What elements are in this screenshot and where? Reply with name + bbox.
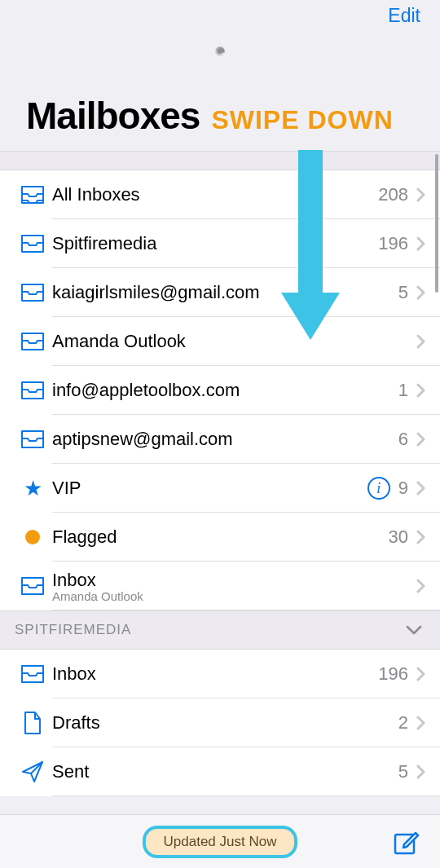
mailbox-row[interactable]: info@appletoolbox.com1 bbox=[0, 366, 440, 415]
paper-plane-icon bbox=[20, 760, 45, 784]
tray-icon bbox=[20, 184, 46, 205]
mailbox-label: kaiagirlsmiles@gmail.com bbox=[52, 282, 398, 303]
mailbox-label: aptipsnew@gmail.com bbox=[52, 429, 398, 450]
mailbox-row[interactable]: aptipsnew@gmail.com6 bbox=[0, 415, 440, 464]
mailbox-row[interactable]: InboxAmanda Outlook bbox=[0, 562, 440, 610]
mailbox-label: info@appletoolbox.com bbox=[52, 380, 398, 401]
unread-count: 9 bbox=[398, 478, 408, 499]
unread-count: 2 bbox=[398, 712, 408, 734]
section-header[interactable]: SPITFIREMEDIA bbox=[0, 610, 440, 650]
mailbox-label: All Inboxes bbox=[52, 184, 378, 205]
tray-icon bbox=[20, 282, 46, 303]
mailbox-row[interactable]: Spitfiremedia196 bbox=[0, 219, 440, 268]
mailbox-label: Drafts bbox=[52, 712, 398, 734]
edit-button[interactable]: Edit bbox=[388, 5, 420, 27]
mailbox-row[interactable]: ★VIPi9 bbox=[0, 464, 440, 513]
chevron-right-icon bbox=[416, 432, 425, 447]
unread-count: 1 bbox=[398, 380, 408, 401]
section-title: SPITFIREMEDIA bbox=[15, 622, 131, 638]
chevron-right-icon bbox=[416, 383, 425, 398]
unread-count: 196 bbox=[378, 233, 408, 254]
star-icon: ★ bbox=[24, 476, 42, 501]
mailbox-row[interactable]: Drafts2 bbox=[0, 698, 440, 747]
mailbox-row[interactable]: Amanda Outlook bbox=[0, 317, 440, 366]
chevron-right-icon bbox=[416, 481, 425, 496]
chevron-right-icon bbox=[416, 530, 425, 544]
chevron-right-icon bbox=[416, 579, 425, 593]
compose-button[interactable] bbox=[393, 828, 420, 856]
unread-count: 196 bbox=[378, 663, 408, 685]
chevron-right-icon bbox=[416, 187, 425, 202]
document-icon bbox=[22, 711, 43, 735]
tray-icon bbox=[20, 233, 46, 254]
mailbox-label: VIP bbox=[52, 478, 367, 499]
mailbox-row[interactable]: Flagged30 bbox=[0, 513, 440, 562]
flag-dot-icon bbox=[25, 530, 40, 544]
refresh-spinner-icon bbox=[0, 33, 440, 94]
unread-count: 5 bbox=[398, 282, 408, 303]
mailbox-label: Inbox bbox=[52, 663, 378, 685]
unread-count: 5 bbox=[398, 761, 408, 782]
chevron-right-icon bbox=[416, 716, 425, 730]
mailbox-label: Amanda Outlook bbox=[52, 331, 416, 352]
tray-icon bbox=[20, 429, 46, 450]
mailbox-row[interactable]: Inbox196 bbox=[0, 650, 440, 698]
mailbox-row[interactable]: Sent5 bbox=[0, 747, 440, 796]
mailbox-label: Sent bbox=[52, 761, 398, 782]
chevron-right-icon bbox=[416, 236, 425, 251]
mailbox-label: Flagged bbox=[52, 527, 389, 548]
unread-count: 208 bbox=[378, 184, 408, 205]
mailbox-label: Spitfiremedia bbox=[52, 233, 378, 254]
chevron-right-icon bbox=[416, 285, 425, 300]
mailbox-label: InboxAmanda Outlook bbox=[52, 570, 416, 603]
chevron-right-icon bbox=[416, 764, 425, 779]
tray-icon bbox=[20, 663, 46, 685]
tray-icon bbox=[20, 331, 46, 352]
toolbar: Updated Just Now bbox=[0, 814, 440, 868]
chevron-down-icon bbox=[406, 625, 422, 635]
page-title: Mailboxes bbox=[26, 94, 200, 138]
section-list: Inbox196Drafts2Sent5 bbox=[0, 650, 440, 796]
chevron-right-icon bbox=[416, 667, 425, 681]
mailboxes-list: All Inboxes208Spitfiremedia196kaiagirlsm… bbox=[0, 170, 440, 610]
mailbox-row[interactable]: All Inboxes208 bbox=[0, 170, 440, 219]
mailbox-row[interactable]: kaiagirlsmiles@gmail.com5 bbox=[0, 268, 440, 317]
scroll-indicator bbox=[435, 154, 438, 293]
tray-icon bbox=[20, 380, 46, 401]
unread-count: 30 bbox=[389, 527, 408, 548]
chevron-right-icon bbox=[416, 334, 425, 349]
info-icon[interactable]: i bbox=[367, 477, 390, 500]
tray-icon bbox=[20, 575, 46, 597]
status-badge: Updated Just Now bbox=[143, 826, 298, 858]
annotation-text: SWIPE DOWN bbox=[211, 105, 393, 135]
unread-count: 6 bbox=[398, 429, 408, 450]
